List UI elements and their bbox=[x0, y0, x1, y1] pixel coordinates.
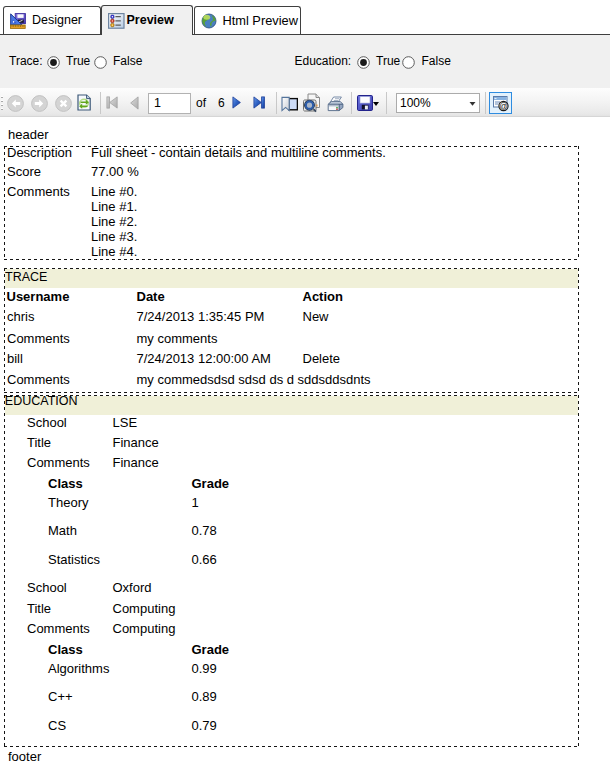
svg-text:@: @ bbox=[499, 101, 508, 111]
